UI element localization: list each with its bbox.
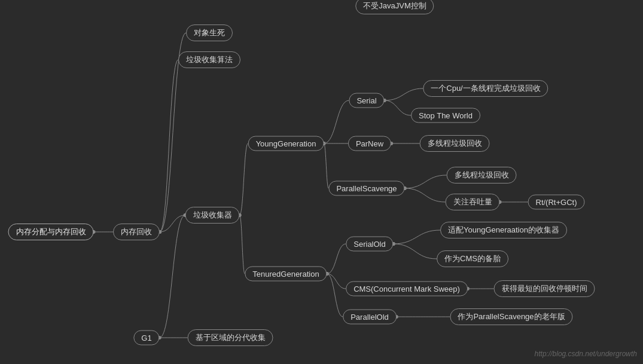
node-cms_desc: 获得最短的回收停顿时间 [494, 280, 595, 297]
node-serial_old_young: 适配YoungGeneraation的收集器 [440, 222, 567, 238]
node-ps_throughput: 关注吞吐量 [446, 194, 500, 210]
node-not_jvm: 不受JavaJVM控制 [355, 0, 434, 14]
node-serial_old: SerialOld [346, 237, 393, 252]
node-rt_gct: Rt/(Rt+GCt) [528, 195, 585, 210]
node-stop_world: Stop The World [411, 108, 480, 123]
node-obj_life: 对象生死 [186, 25, 233, 41]
node-serial_old_cms: 作为CMS的备胎 [437, 250, 508, 267]
node-ps_multi: 多线程垃圾回收 [447, 167, 517, 183]
node-cms: CMS(Concurrent Mark Sweep) [346, 282, 468, 296]
node-memory: 内存回收 [113, 224, 160, 240]
node-gc_algo: 垃圾收集算法 [178, 51, 240, 68]
watermark: http://blog.csdn.net/undergrowth [535, 350, 637, 358]
node-cpu_one: 一个Cpu/一条线程完成垃圾回收 [423, 80, 548, 97]
node-parallel_old: ParallelOld [343, 310, 397, 325]
node-par_new: ParNew [348, 136, 391, 151]
node-par_new_desc: 多线程垃圾回收 [420, 135, 490, 152]
node-parallel_old_desc: 作为ParallelScavenge的老年版 [450, 308, 572, 325]
node-serial: Serial [349, 93, 384, 108]
node-tenured_gen: TenuredGeneration [245, 267, 327, 282]
node-young_gen: YoungGeneration [248, 136, 324, 151]
node-g1: G1 [133, 331, 159, 345]
node-root: 内存分配与内存回收 [8, 224, 94, 240]
node-parallel_scavenge: ParallelScavenge [328, 181, 404, 196]
node-gc_collector: 垃圾收集器 [185, 207, 240, 224]
node-g1_desc: 基于区域的分代收集 [188, 329, 273, 346]
mind-map: 内存分配与内存回收内存回收对象生死垃圾收集算法垃圾收集器YoungGenerat… [0, 0, 643, 364]
